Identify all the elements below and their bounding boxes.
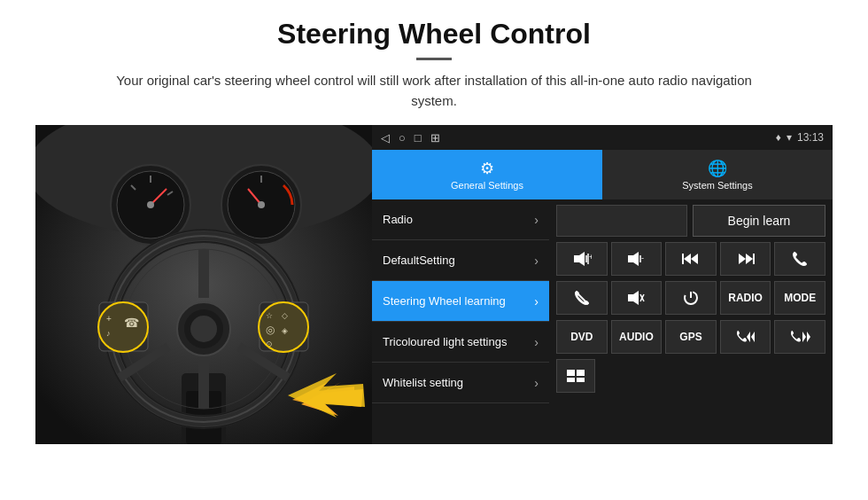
svg-marker-67 [807, 332, 810, 342]
location-icon: ♦ [776, 131, 781, 144]
android-panel: ◁ ○ □ ⊞ ♦ ▾ 13:13 ⚙ General Settings [372, 125, 833, 444]
mute-btn[interactable] [611, 281, 663, 315]
begin-learn-button[interactable]: Begin learn [693, 205, 825, 237]
power-btn[interactable] [665, 281, 717, 315]
menu-item-steering[interactable]: Steering Wheel learning › [372, 281, 549, 322]
audio-text: AUDIO [619, 331, 654, 343]
svg-marker-52 [684, 254, 691, 264]
menu-item-whitelist[interactable]: Whitelist setting › [372, 363, 549, 403]
tab-general-settings[interactable]: ⚙ General Settings [372, 150, 602, 199]
mode-btn[interactable]: MODE [774, 281, 825, 315]
svg-point-8 [147, 201, 154, 208]
svg-text:-: - [641, 254, 644, 262]
menu-label-defaultsetting: DefaultSetting [383, 254, 455, 267]
menu-column: Radio › DefaultSetting › Steering Wheel … [372, 199, 549, 444]
car-image-section: + ♪ - ☎ ☆ ◇ ◎ ◈ ⊙ [35, 125, 372, 444]
status-bar: ◁ ○ □ ⊞ ♦ ▾ 13:13 [372, 125, 833, 150]
title-section: Steering Wheel Control Your original car… [35, 18, 833, 111]
title-divider [416, 58, 452, 60]
svg-marker-55 [739, 254, 746, 264]
tab-general-label: General Settings [451, 180, 523, 191]
svg-rect-68 [567, 370, 575, 376]
svg-rect-69 [577, 370, 585, 376]
menu-arrow-whitelist: › [534, 376, 539, 390]
call-prev-btn[interactable] [720, 320, 771, 354]
menu-arrow-steering: › [534, 294, 539, 309]
content-row: + ♪ - ☎ ☆ ◇ ◎ ◈ ⊙ [35, 125, 833, 444]
vol-down-btn[interactable]: - [611, 242, 663, 276]
signal-icon: ▾ [787, 131, 792, 144]
menu-label-steering: Steering Wheel learning [383, 294, 506, 308]
controls-row2: RADIO MODE [556, 281, 825, 315]
svg-point-34 [98, 302, 148, 352]
svg-point-41 [259, 302, 308, 352]
menu-item-defaultsetting[interactable]: DefaultSetting › [372, 240, 549, 281]
page-title: Steering Wheel Control [35, 18, 833, 51]
text-row: DVD AUDIO GPS [556, 320, 825, 354]
dvd-text: DVD [570, 331, 593, 343]
tab-system-label: System Settings [682, 180, 752, 191]
controls-row1: + - [556, 242, 825, 276]
bottom-icon-row [556, 359, 825, 393]
home-nav-icon[interactable]: ○ [399, 131, 406, 145]
settings-list: Radio › DefaultSetting › Steering Wheel … [372, 199, 833, 444]
right-content: Begin learn + [549, 199, 833, 444]
svg-marker-59 [628, 291, 639, 305]
tab-bar: ⚙ General Settings 🌐 System Settings [372, 150, 833, 199]
svg-marker-49 [628, 252, 639, 266]
svg-marker-45 [574, 252, 585, 266]
svg-text:+: + [589, 253, 592, 262]
menu-icon-btn[interactable] [556, 359, 595, 393]
system-settings-icon: 🌐 [708, 159, 727, 178]
page-wrapper: Steering Wheel Control Your original car… [0, 0, 868, 453]
menu-arrow-radio: › [534, 213, 539, 227]
call-btn[interactable] [774, 242, 825, 276]
menu-label-radio: Radio [383, 213, 413, 226]
dvd-btn[interactable]: DVD [556, 320, 608, 354]
recents-nav-icon[interactable]: □ [415, 131, 422, 145]
menu-arrow-tricoloured: › [534, 335, 539, 349]
radio-row: Begin learn [556, 205, 825, 237]
hang-up-btn[interactable] [556, 281, 608, 315]
menu-item-radio[interactable]: Radio › [372, 199, 549, 240]
audio-btn[interactable]: AUDIO [611, 320, 663, 354]
radio-input-box [556, 205, 687, 237]
status-time: 13:13 [797, 131, 824, 144]
status-bar-right: ♦ ▾ 13:13 [776, 131, 824, 144]
menu-label-whitelist: Whitelist setting [383, 376, 463, 389]
svg-point-28 [190, 316, 217, 342]
menu-item-tricoloured[interactable]: Tricoloured light settings › [372, 322, 549, 363]
svg-marker-53 [691, 254, 698, 264]
svg-point-13 [258, 201, 265, 208]
general-settings-icon: ⚙ [480, 159, 494, 178]
svg-marker-66 [802, 332, 806, 342]
radio-btn[interactable]: RADIO [720, 281, 771, 315]
gps-btn[interactable]: GPS [665, 320, 717, 354]
svg-rect-70 [567, 378, 575, 382]
svg-marker-56 [746, 254, 753, 264]
prev-btn[interactable] [665, 242, 717, 276]
vol-up-btn[interactable]: + [556, 242, 608, 276]
tab-system-settings[interactable]: 🌐 System Settings [602, 150, 833, 199]
grid-nav-icon[interactable]: ⊞ [430, 131, 440, 145]
page-subtitle: Your original car's steering wheel contr… [102, 71, 766, 111]
back-nav-icon[interactable]: ◁ [381, 131, 390, 145]
mode-text: MODE [784, 292, 816, 304]
call-next-btn[interactable] [774, 320, 825, 354]
status-bar-left: ◁ ○ □ ⊞ [381, 131, 440, 145]
menu-label-tricoloured: Tricoloured light settings [383, 335, 507, 348]
svg-rect-71 [577, 378, 585, 382]
gps-text: GPS [679, 331, 701, 343]
svg-marker-64 [747, 332, 750, 342]
menu-arrow-defaultsetting: › [534, 254, 539, 268]
svg-marker-65 [751, 332, 755, 342]
radio-text: RADIO [728, 292, 763, 304]
next-btn[interactable] [720, 242, 771, 276]
